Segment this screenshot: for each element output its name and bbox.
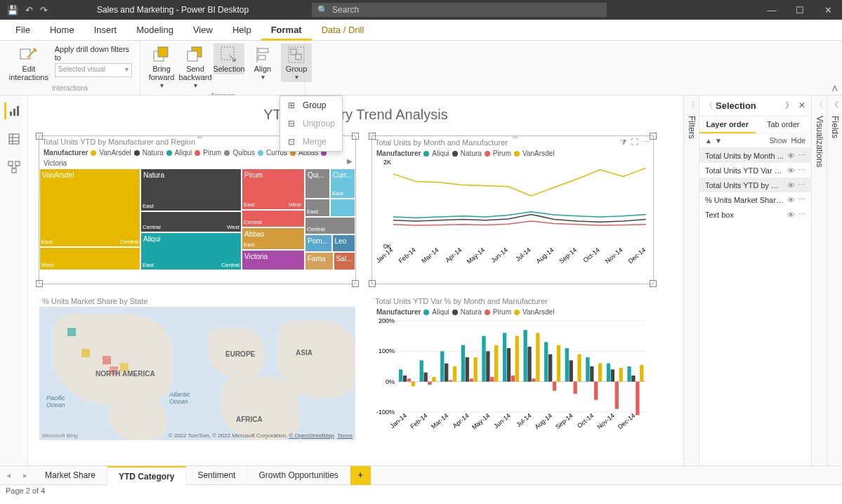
linechart-visual[interactable]: ═ Total Units by Month and Manufacturer …: [372, 136, 653, 284]
svg-rect-4: [188, 51, 197, 61]
page-tab[interactable]: Sentiment: [186, 466, 247, 485]
drill-target-dropdown[interactable]: Selected visual ▾: [55, 63, 132, 77]
treemap-visual[interactable]: ═ Total Units YTD by Manufacturer and Re…: [39, 136, 355, 284]
group-icon: [287, 45, 306, 65]
visibility-icon[interactable]: 👁: [787, 211, 795, 219]
bring-forward-button[interactable]: Bring forward▾: [146, 44, 177, 91]
model-view-icon[interactable]: [6, 159, 22, 175]
edit-interactions-button[interactable]: Edit interactions: [6, 44, 52, 83]
menu-modeling[interactable]: Modeling: [126, 20, 183, 41]
menu-datadrill[interactable]: Data / Drill: [312, 20, 374, 41]
hide-button[interactable]: Hide: [791, 137, 805, 145]
more-icon[interactable]: ⋯: [798, 210, 805, 219]
svg-rect-59: [403, 376, 407, 382]
osm-link[interactable]: © OpenStreetMap: [289, 432, 334, 439]
map-body[interactable]: NORTH AMERICA EUROPE ASIA AFRICA Pacific…: [39, 307, 355, 440]
more-icon[interactable]: ⋯: [798, 166, 805, 175]
report-canvas[interactable]: YTD Category Trend Analysis ═ Total Unit…: [28, 95, 683, 465]
menu-home[interactable]: Home: [40, 20, 84, 41]
prev-page-icon[interactable]: ◂: [0, 470, 17, 480]
selection-button[interactable]: Selection: [213, 44, 244, 74]
svg-rect-62: [466, 357, 469, 382]
page-tab[interactable]: YTD Category: [107, 466, 186, 485]
merge-icon: ⊡: [286, 137, 297, 147]
merge-menuitem[interactable]: ⊡Merge: [280, 133, 342, 151]
chevron-left-icon[interactable]: 〈: [688, 100, 695, 110]
selection-item[interactable]: Total Units by Month ...👁⋯: [699, 148, 811, 163]
show-button[interactable]: Show: [769, 137, 787, 145]
visibility-icon[interactable]: 👁: [787, 152, 795, 160]
save-icon[interactable]: 💾: [7, 5, 18, 15]
bring-forward-icon: [152, 45, 171, 65]
selection-item[interactable]: Total Units YTD by Ma...👁⋯: [699, 178, 811, 192]
svg-text:Jul-14: Jul-14: [514, 246, 532, 263]
redo-icon[interactable]: ↷: [40, 5, 48, 15]
svg-text:Sep-14: Sep-14: [558, 246, 578, 265]
report-view-icon[interactable]: [4, 102, 21, 119]
page-tab[interactable]: Growth Opportunities: [247, 466, 350, 485]
expand-icon[interactable]: 》: [785, 100, 794, 110]
page-tab[interactable]: Market Share: [34, 466, 107, 485]
visualizations-rail[interactable]: 〈 Visualizations: [811, 95, 827, 465]
selection-item[interactable]: Total Units YTD Var % ...👁⋯: [699, 163, 811, 178]
menu-format[interactable]: Format: [261, 20, 312, 41]
chevron-double-left-icon[interactable]: 《: [831, 100, 838, 110]
svg-rect-81: [615, 382, 619, 409]
svg-text:200%: 200%: [379, 317, 395, 324]
data-view-icon[interactable]: [6, 131, 22, 147]
menu-help[interactable]: Help: [223, 20, 261, 41]
more-icon[interactable]: ⋯: [798, 180, 805, 190]
legend-scroll-icon[interactable]: ▶: [347, 157, 353, 165]
chevron-left-icon[interactable]: 〈: [705, 100, 713, 111]
focus-icon[interactable]: ⛶: [631, 138, 638, 147]
visibility-icon[interactable]: 👁: [787, 196, 795, 204]
tab-order-tab[interactable]: Tab order: [756, 117, 812, 133]
add-page-button[interactable]: +: [350, 466, 371, 485]
svg-text:Dec-14: Dec-14: [627, 246, 647, 265]
group-button[interactable]: Group▾: [281, 44, 312, 82]
menu-file[interactable]: File: [6, 20, 40, 41]
minimize-button[interactable]: —: [758, 5, 786, 15]
search-box[interactable]: 🔍 Search: [312, 3, 607, 17]
close-icon[interactable]: ✕: [798, 100, 805, 110]
maximize-button[interactable]: ☐: [786, 5, 814, 15]
close-button[interactable]: ✕: [814, 5, 842, 15]
svg-rect-63: [486, 351, 489, 381]
terms-link[interactable]: Terms: [337, 432, 353, 439]
menu-view[interactable]: View: [183, 20, 223, 41]
chevron-left-icon[interactable]: 〈: [815, 100, 823, 110]
svg-text:Oct-14: Oct-14: [582, 246, 601, 264]
layer-order-tab[interactable]: Layer order: [699, 117, 756, 133]
svg-rect-72: [428, 382, 431, 385]
align-button[interactable]: Align▾: [247, 44, 278, 82]
move-down-icon[interactable]: ▼: [715, 137, 722, 145]
svg-rect-51: [482, 336, 485, 382]
visibility-icon[interactable]: 👁: [787, 181, 795, 190]
fields-rail[interactable]: 《 Fields: [827, 95, 842, 465]
filter-icon[interactable]: ⧩: [620, 138, 626, 147]
selection-item[interactable]: Text box👁⋯: [699, 207, 811, 222]
group-menuitem[interactable]: ⊞Group: [280, 96, 342, 114]
ribbon: Edit interactions Apply drill down filte…: [0, 41, 842, 95]
status-bar: Page 2 of 4: [0, 484, 842, 498]
svg-text:Oct-14: Oct-14: [576, 412, 595, 430]
svg-rect-80: [594, 382, 598, 400]
send-backward-button[interactable]: Send backward▾: [180, 44, 211, 91]
move-up-icon[interactable]: ▲: [705, 137, 712, 145]
filters-rail[interactable]: 〈 Filters: [683, 95, 699, 465]
next-page-icon[interactable]: ▸: [17, 470, 34, 480]
treemap-body[interactable]: VanArsdelEastCentral West NaturaEast Cen…: [39, 168, 355, 270]
svg-rect-20: [15, 161, 20, 166]
visibility-icon[interactable]: 👁: [787, 166, 795, 175]
selection-item[interactable]: % Units Market Share ...👁⋯: [699, 192, 811, 207]
ribbon-collapse-icon[interactable]: ᐱ: [832, 84, 838, 93]
more-icon[interactable]: ⋯: [798, 195, 805, 204]
menubar: FileHomeInsertModelingViewHelpFormatData…: [0, 20, 842, 41]
menu-insert[interactable]: Insert: [84, 20, 127, 41]
more-icon[interactable]: ⋯: [798, 151, 805, 160]
undo-icon[interactable]: ↶: [25, 5, 33, 15]
svg-text:Feb-14: Feb-14: [397, 246, 417, 265]
ungroup-menuitem[interactable]: ⊟Ungroup: [280, 114, 342, 133]
barchart-visual[interactable]: Total Units YTD Var % by Month and Manuf…: [372, 296, 653, 443]
map-visual[interactable]: % Units Market Share by State NORTH AMER…: [39, 296, 355, 443]
